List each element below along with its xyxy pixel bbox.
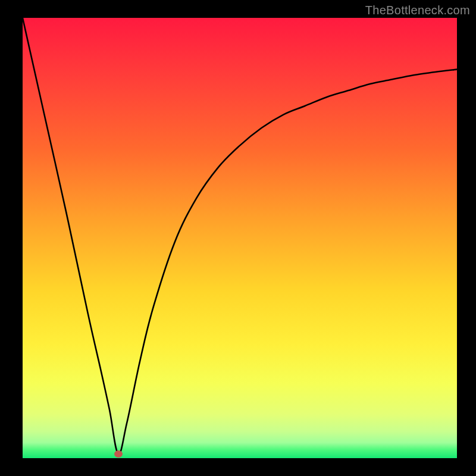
watermark-text: TheBottleneck.com <box>365 4 470 17</box>
chart-frame: TheBottleneck.com <box>0 0 476 476</box>
optimum-marker <box>114 450 123 458</box>
bottleneck-curve <box>23 18 457 458</box>
plot-area <box>23 18 457 458</box>
